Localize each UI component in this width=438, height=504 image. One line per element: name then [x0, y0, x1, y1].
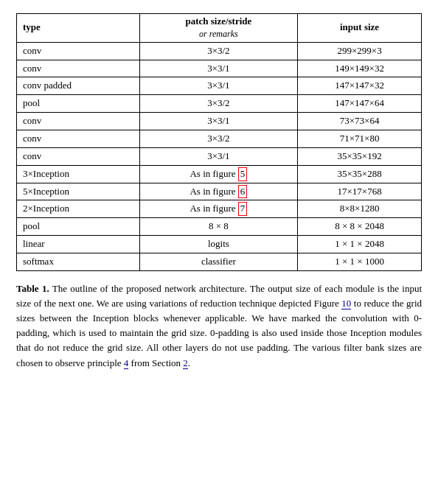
figure-ref-box: 6 [238, 185, 248, 199]
cell-type: 2×Inception [17, 200, 140, 218]
cell-type: conv [17, 60, 140, 77]
table-caption: Table 1. The outline of the proposed net… [16, 281, 422, 371]
caption-label: Table 1. [16, 283, 49, 294]
cell-type: 5×Inception [17, 183, 140, 200]
cell-type: linear [17, 236, 140, 253]
cell-input: 147×147×32 [298, 77, 422, 95]
cell-type: conv [17, 113, 140, 130]
table-row: 2×InceptionAs in figure 78×8×1280 [17, 200, 422, 218]
table-row: conv3×3/135×35×192 [17, 147, 422, 165]
cell-input: 35×35×288 [298, 165, 422, 183]
cell-patch: As in figure 6 [139, 183, 297, 200]
caption-text4: . [188, 357, 190, 368]
cell-type: softmax [17, 253, 140, 271]
cell-patch: 3×3/1 [139, 113, 297, 130]
cell-input: 8×8×1280 [298, 200, 422, 218]
table-row: softmaxclassifier1 × 1 × 1000 [17, 253, 422, 271]
cell-input: 71×71×80 [298, 130, 422, 148]
cell-patch: As in figure 7 [139, 200, 297, 218]
col-type-header: type [17, 14, 140, 43]
cell-input: 73×73×64 [298, 113, 422, 130]
cell-patch: 3×3/1 [139, 60, 297, 77]
cell-type: conv padded [17, 77, 140, 95]
cell-input: 8 × 8 × 2048 [298, 218, 422, 236]
table-row: 5×InceptionAs in figure 617×17×768 [17, 183, 422, 200]
caption-ref1[interactable]: 10 [341, 298, 351, 309]
figure-ref-box: 7 [238, 202, 248, 216]
cell-input: 299×299×3 [298, 42, 422, 60]
col-input-header: input size [298, 14, 422, 43]
cell-patch: logits [139, 236, 297, 253]
cell-type: 3×Inception [17, 165, 140, 183]
table-row: conv padded3×3/1147×147×32 [17, 77, 422, 95]
cell-input: 17×17×768 [298, 183, 422, 200]
patch-header-sub: or remarks [199, 29, 238, 39]
architecture-table: type patch size/stride or remarks input … [16, 13, 422, 271]
cell-type: pool [17, 218, 140, 236]
cell-type: pool [17, 95, 140, 113]
table-row: conv3×3/271×71×80 [17, 130, 422, 148]
table-row: conv3×3/2299×299×3 [17, 42, 422, 60]
cell-input: 35×35×192 [298, 147, 422, 165]
cell-type: conv [17, 130, 140, 148]
patch-header-main: patch size/stride [185, 15, 251, 27]
cell-input: 149×149×32 [298, 60, 422, 77]
cell-patch: 3×3/2 [139, 42, 297, 60]
cell-patch: 3×3/2 [139, 95, 297, 113]
cell-type: conv [17, 42, 140, 60]
cell-patch: 3×3/1 [139, 147, 297, 165]
caption-text3: from Section [128, 357, 183, 368]
cell-patch: 3×3/2 [139, 130, 297, 148]
figure-ref-box: 5 [238, 167, 248, 181]
cell-input: 1 × 1 × 2048 [298, 236, 422, 253]
cell-patch: As in figure 5 [139, 165, 297, 183]
table-row: conv3×3/173×73×64 [17, 113, 422, 130]
cell-input: 147×147×64 [298, 95, 422, 113]
table-row: linearlogits1 × 1 × 2048 [17, 236, 422, 253]
cell-input: 1 × 1 × 1000 [298, 253, 422, 271]
cell-patch: 3×3/1 [139, 77, 297, 95]
table-row: pool8 × 88 × 8 × 2048 [17, 218, 422, 236]
table-row: pool3×3/2147×147×64 [17, 95, 422, 113]
cell-patch: 8 × 8 [139, 218, 297, 236]
col-patch-header: patch size/stride or remarks [139, 14, 297, 43]
table-row: conv3×3/1149×149×32 [17, 60, 422, 77]
cell-patch: classifier [139, 253, 297, 271]
cell-type: conv [17, 147, 140, 165]
table-row: 3×InceptionAs in figure 535×35×288 [17, 165, 422, 183]
